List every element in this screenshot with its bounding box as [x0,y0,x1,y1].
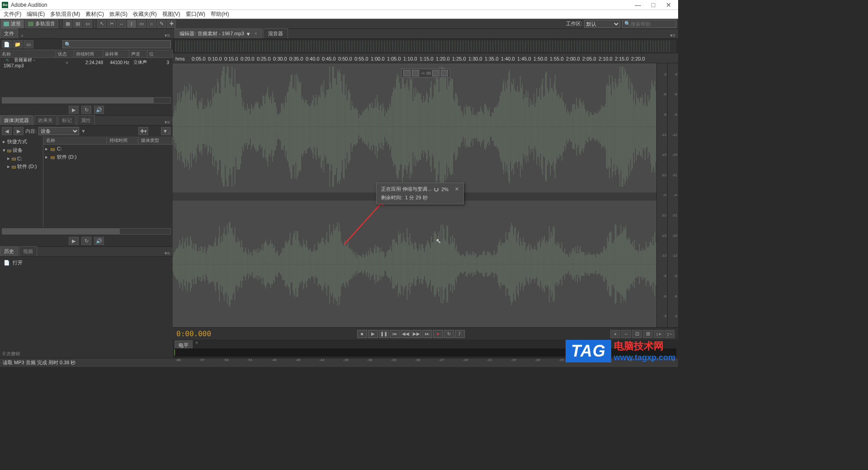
next-button[interactable]: ⏭ [422,330,432,338]
tool-spectral-pitch[interactable]: ▤ [73,20,82,28]
tool-time-select[interactable]: I [127,20,136,28]
menu-effects[interactable]: 效果(S) [107,10,130,18]
zoom-out-v-button[interactable]: ↕− [665,330,675,338]
media-loop-button[interactable]: ↻ [81,237,91,245]
import-button[interactable]: 📁 [13,40,23,48]
tool-preview[interactable]: ▭ [83,20,92,28]
timecode-display[interactable]: 0:00.000 [176,329,211,338]
close-icon[interactable]: × [255,31,257,36]
files-play-button[interactable]: ▶ [69,106,79,114]
timeline-ruler[interactable]: hms0:05.00:10.00:15.00:20.00:25.00:30.00… [173,53,678,63]
mode-waveform-button[interactable]: 波形 [0,19,24,28]
tool-marquee[interactable]: ▭ [137,20,146,28]
list-col-name[interactable]: 名称 [43,136,107,144]
tab-properties[interactable]: 属性 [77,115,95,125]
menu-window[interactable]: 窗口(W) [183,10,208,18]
zoom-out-button[interactable]: − [621,330,631,338]
content-select[interactable]: 设备 [38,127,79,135]
panel-menu-icon[interactable]: ▾≡ [162,250,173,256]
overview-navigator[interactable] [175,40,676,53]
menu-clip[interactable]: 素材(C) [83,10,107,18]
media-hscroll[interactable] [2,228,171,235]
menu-edit[interactable]: 编辑(E) [24,10,47,18]
help-search-input[interactable] [631,21,674,27]
tool-razor[interactable]: ✂ [107,20,116,28]
loop-button[interactable]: ↻ [444,330,454,338]
mode-multitrack-button[interactable]: 多轨混音 [25,19,58,28]
list-col-duration[interactable]: 持续时间 [107,136,138,144]
list-item[interactable]: ▸🖴软件 (D:) [43,153,173,161]
close-button[interactable]: ✕ [661,0,676,9]
menu-help[interactable]: 帮助(H) [208,10,232,18]
media-play-button[interactable]: ▶ [69,237,79,245]
rewind-button[interactable]: ◀◀ [401,330,410,338]
list-col-type[interactable]: 媒体类型 [138,136,173,144]
chevron-down-icon[interactable]: ▼ [246,31,251,37]
media-filter-button[interactable]: ▼. [161,127,171,135]
col-duration[interactable]: 持续时间 [74,50,103,57]
record-button[interactable]: ● [433,330,443,338]
media-fwd-button[interactable]: ▶ [14,127,24,135]
tab-files[interactable]: 文件 [0,28,18,38]
file-row[interactable]: ∿ 音频素材 - 1967.mp3 ○ 2:24.248 44100 Hz 立体… [0,58,173,67]
files-loop-button[interactable]: ↻ [81,106,91,114]
play-button[interactable]: ▶ [368,330,378,338]
tree-d-drive[interactable]: ▸🖴软件 (D:) [1,162,42,171]
hud-fx-button[interactable] [432,70,439,76]
files-filter[interactable]: 🔍 [62,40,171,48]
pause-button[interactable]: ❚❚ [379,330,389,338]
tab-files-close[interactable]: × [21,33,24,38]
hud-vol-button[interactable] [412,70,419,76]
menu-view[interactable]: 视图(V) [160,10,183,18]
minimize-button[interactable]: — [630,0,646,9]
record-button[interactable]: ▭ [24,40,33,48]
cancel-progress-button[interactable]: ✕ [455,186,459,192]
tool-heal[interactable]: ✚ [167,20,176,28]
tool-lasso[interactable]: ○ [147,20,156,28]
mixer-tab[interactable]: 混音器 [263,28,288,38]
skip-button[interactable]: ⤴ [455,330,465,338]
menu-favorites[interactable]: 收藏夹(R) [130,10,160,18]
maximize-button[interactable]: □ [646,0,661,9]
tool-spectral-freq[interactable]: ▦ [63,20,72,28]
zoom-in-button[interactable]: + [610,330,620,338]
files-hscroll[interactable] [2,97,171,103]
media-new-button[interactable]: ✚▾ [138,127,148,135]
tab-level[interactable]: 电平 [175,340,193,348]
help-search[interactable]: 🔍 [622,20,676,28]
tree-c-drive[interactable]: ▸🖴C: [1,155,42,162]
files-autoplay-button[interactable]: 🔊 [94,106,104,114]
list-item[interactable]: ▸🖴C: [43,145,173,153]
tab-effects-rack[interactable]: 效果夹 [34,115,57,125]
tool-slip[interactable]: ↔ [117,20,126,28]
waveform-display[interactable]: -∞ dB 正在应用 伸缩与变调... 2% ✕ 剩余时间: 1 分 29 秒 [173,63,656,327]
panel-menu-icon[interactable]: ▾≡ [162,119,173,125]
stop-button[interactable]: ■ [357,330,367,338]
tool-move[interactable]: ↖ [97,20,106,28]
tab-history[interactable]: 历史 [0,246,18,256]
media-autoplay-button[interactable]: 🔊 [94,237,104,245]
col-status[interactable]: 状态 [56,50,74,57]
hud-pin-button[interactable] [441,70,448,76]
menu-file[interactable]: 文件(F) [1,10,24,18]
ffwd-button[interactable]: ▶▶ [411,330,421,338]
col-bits[interactable]: 位 [147,50,173,57]
tab-markers[interactable]: 标记 [58,115,76,125]
tree-shortcuts[interactable]: ▸快捷方式 [1,137,42,146]
col-sample[interactable]: 采样率 [103,50,129,57]
tab-video[interactable]: 视频 [19,246,37,256]
col-channels[interactable]: 声道 [129,50,147,57]
open-file-button[interactable]: 📄 [2,40,12,48]
menu-multitrack[interactable]: 多轨混音(M) [47,10,83,18]
tool-brush[interactable]: ✎ [157,20,166,28]
panel-menu-icon[interactable]: ▾≡ [162,33,173,38]
tab-media-browser[interactable]: 媒体浏览器 [0,115,33,125]
tree-devices[interactable]: ▾🖴设备 [1,146,42,155]
zoom-sel-button[interactable]: ⊞ [643,330,653,338]
prev-button[interactable]: ⏮ [390,330,400,338]
editor-tab[interactable]: 编辑器: 音频素材 - 1967.mp3 ▼ × [175,28,262,38]
media-back-button[interactable]: ◀ [2,127,12,135]
zoom-in-v-button[interactable]: ↕+ [654,330,664,338]
workspace-select[interactable]: 默认 [584,20,620,28]
history-item-open[interactable]: 📄 打开 [2,258,171,267]
